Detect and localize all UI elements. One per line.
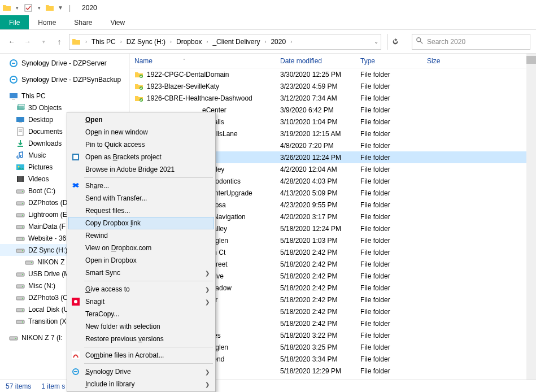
menu-item[interactable]: Synology Drive❯ xyxy=(68,365,214,378)
svg-point-1 xyxy=(417,38,421,42)
qat-properties-icon[interactable] xyxy=(23,3,33,13)
tree-label: Lightroom (E xyxy=(28,211,67,219)
svg-point-31 xyxy=(22,250,23,251)
tab-view[interactable]: View xyxy=(101,15,134,29)
menu-label: New folder with selection xyxy=(85,323,160,330)
tab-home[interactable]: Home xyxy=(29,15,65,29)
file-date: 3/9/2020 6:42 PM xyxy=(280,106,360,114)
crumb-thispc[interactable]: This PC xyxy=(89,37,118,47)
refresh-button[interactable] xyxy=(387,34,403,50)
back-button[interactable]: ← xyxy=(6,36,18,48)
file-type: File folder xyxy=(360,296,427,304)
tree-synology2[interactable]: Synology Drive - DZPSynBackup xyxy=(0,73,129,85)
svg-rect-50 xyxy=(73,155,78,159)
svg-rect-10 xyxy=(19,123,22,123)
menu-label: Open in new window xyxy=(85,128,148,136)
submenu-arrow-icon: ❯ xyxy=(205,286,210,293)
file-date: 3/19/2020 12:15 AM xyxy=(280,130,360,138)
menu-item[interactable]: Open in new window xyxy=(68,126,214,138)
svg-point-27 xyxy=(22,227,23,228)
tree-label: DZ Sync (H:) xyxy=(28,246,67,254)
qat-chevron2-icon[interactable]: ▾ xyxy=(37,5,42,11)
file-date: 3/30/2020 12:25 PM xyxy=(280,71,360,79)
menu-item[interactable]: Rewind xyxy=(68,229,214,242)
crumb-clientdelivery[interactable]: _Client Delivery xyxy=(210,37,262,47)
svg-point-16 xyxy=(18,165,20,167)
menu-item[interactable]: Copy Dropbox link xyxy=(68,217,214,229)
col-date[interactable]: Date modified xyxy=(280,57,360,65)
tree-label: DZPhoto3 (O xyxy=(28,294,68,302)
search-box[interactable]: Search 2020 xyxy=(412,34,530,50)
menu-item[interactable]: Request files... xyxy=(68,204,214,217)
crumb-2020[interactable]: 2020 xyxy=(268,37,288,47)
menu-label: Request files... xyxy=(85,207,130,215)
svg-rect-19 xyxy=(23,176,24,182)
file-date: 4/13/2020 5:09 PM xyxy=(280,189,360,197)
table-row[interactable]: 1922-CPGC-DentalDomain3/30/2020 12:25 PM… xyxy=(130,68,536,80)
menu-item[interactable]: New folder with selection xyxy=(68,320,214,333)
menu-item[interactable]: Open xyxy=(68,114,214,126)
file-type: File folder xyxy=(360,154,427,162)
svg-line-2 xyxy=(420,41,422,43)
menu-label: Snagit xyxy=(85,298,104,306)
ribbon: File Home Share View xyxy=(0,15,536,30)
tree-label: Videos xyxy=(28,175,49,183)
address-dropdown-icon[interactable]: ⌄ xyxy=(374,38,378,45)
window-title: 2020 xyxy=(82,4,97,12)
tree-synology1[interactable]: Synology Drive - DZPServer xyxy=(0,57,129,69)
menu-item[interactable]: Browse in Adobe Bridge 2021 xyxy=(68,163,214,176)
crumb-chev-icon[interactable]: › xyxy=(119,39,123,45)
menu-item[interactable]: View on Dropbox.com xyxy=(68,242,214,254)
menu-item[interactable]: Send with Transfer... xyxy=(68,192,214,204)
qat-chevron-icon[interactable]: ▾ xyxy=(15,5,20,11)
crumb-chev-icon[interactable]: › xyxy=(289,39,293,45)
col-size[interactable]: Size xyxy=(427,57,478,65)
menu-label: Send with Transfer... xyxy=(85,194,147,202)
file-type: File folder xyxy=(360,320,427,328)
menu-item[interactable]: Smart Sync❯ xyxy=(68,267,214,279)
menu-item[interactable]: Include in library❯ xyxy=(68,378,214,390)
crumb-chev-icon[interactable]: › xyxy=(205,39,209,45)
tab-file[interactable]: File xyxy=(0,15,29,29)
search-icon xyxy=(416,37,424,46)
table-row[interactable]: 1923-Blazer-SevilleKaty3/23/2020 4:59 PM… xyxy=(130,80,536,92)
recent-dropdown-icon[interactable]: ▾ xyxy=(37,36,50,48)
tab-share[interactable]: Share xyxy=(65,15,101,29)
tree-thispc[interactable]: This PC xyxy=(0,90,129,102)
col-name[interactable]: Name˄ xyxy=(134,57,280,65)
scrollbar[interactable] xyxy=(526,54,536,380)
tree-label: NIKON Z 7 xyxy=(37,258,71,266)
up-button[interactable]: ↑ xyxy=(53,36,66,48)
address-bar[interactable]: › This PC › DZ Sync (H:) › Dropbox › _Cl… xyxy=(69,34,381,50)
qat-dropdown-icon[interactable]: ▼ xyxy=(58,5,63,11)
menu-item[interactable]: Open in Dropbox xyxy=(68,254,214,267)
crumb-root-chev-icon[interactable]: › xyxy=(84,39,88,45)
menu-item[interactable]: Snagit❯ xyxy=(68,295,214,308)
menu-item[interactable]: Open as Brackets project xyxy=(68,151,214,163)
scrollbar-thumb[interactable] xyxy=(526,56,536,64)
drive-icon xyxy=(9,333,18,342)
forward-button[interactable]: → xyxy=(21,36,34,48)
tree-label: Misc (N:) xyxy=(28,282,55,290)
qat-folder-icon[interactable] xyxy=(45,3,54,12)
crumb-chev-icon[interactable]: › xyxy=(169,39,173,45)
menu-item[interactable]: Combine files in Acrobat... xyxy=(68,349,214,361)
menu-label: Open in Dropbox xyxy=(85,256,137,264)
brackets-icon xyxy=(71,153,80,162)
menu-item[interactable]: Share... xyxy=(68,180,214,192)
drive-icon xyxy=(16,317,25,326)
crumb-chev-icon[interactable]: › xyxy=(263,39,267,45)
menu-label: Synology Drive xyxy=(85,368,131,376)
menu-item[interactable]: Restore previous versions xyxy=(68,333,214,345)
menu-item[interactable]: Give access to❯ xyxy=(68,283,214,295)
table-row[interactable]: 1926-CBRE-Healthcare-Dashwood3/12/2020 7… xyxy=(130,92,536,104)
crumb-dropbox[interactable]: Dropbox xyxy=(174,37,204,47)
drive-icon xyxy=(16,222,25,231)
menu-item[interactable]: Pin to Quick access xyxy=(68,138,214,151)
drive-icon xyxy=(25,258,34,267)
crumb-dzsync[interactable]: DZ Sync (H:) xyxy=(124,37,168,47)
file-date: 5/18/2020 12:29 PM xyxy=(280,367,360,375)
menu-item[interactable]: TeraCopy... xyxy=(68,308,214,320)
file-type: File folder xyxy=(360,249,427,256)
col-type[interactable]: Type xyxy=(360,57,427,65)
